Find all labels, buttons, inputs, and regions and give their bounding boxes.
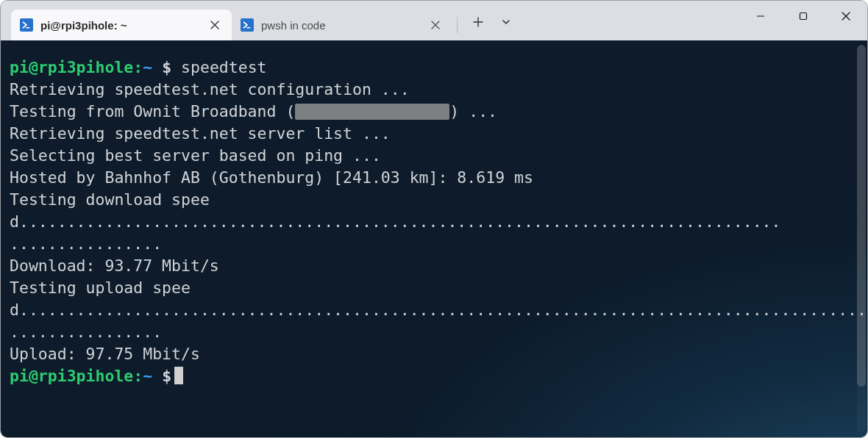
powershell-icon (241, 18, 254, 32)
terminal-pane[interactable]: pi@rpi3pihole:~ $ speedtest Retrieving s… (1, 40, 867, 437)
prompt-symbol: $ (162, 58, 171, 76)
tab-dropdown-button[interactable] (493, 10, 519, 35)
prompt-symbol: $ (162, 367, 171, 385)
scrollbar-thumb[interactable] (857, 45, 866, 387)
output-line: ................ (10, 323, 162, 341)
output-line: Selecting best server based on ping ... (10, 146, 381, 165)
terminal-window: pi@rpi3pihole: ~ pwsh in code (0, 0, 868, 438)
tab-title: pi@rpi3pihole: ~ (40, 19, 201, 32)
output-line: Testing upload speed....................… (10, 279, 867, 319)
prompt-user-host: pi@rpi3pihole (10, 58, 133, 76)
minimize-button[interactable] (739, 1, 782, 32)
output-line: Hosted by Bahnhof AB (Gothenburg) [241.0… (10, 168, 533, 187)
new-tab-button[interactable] (465, 10, 491, 35)
output-line: Download: 93.77 Mbit/s (10, 256, 219, 275)
window-controls (739, 1, 867, 32)
svg-rect-3 (800, 13, 807, 20)
tab-actions (465, 10, 519, 35)
prompt-path: ~ (143, 367, 152, 385)
scrollbar[interactable] (857, 45, 866, 433)
output-line: Retrieving speedtest.net server list ... (10, 124, 391, 143)
tab-title: pwsh in code (261, 19, 421, 32)
cursor (174, 367, 183, 384)
command-text: speedtest (181, 58, 267, 76)
close-window-button[interactable] (825, 1, 867, 32)
output-line: Retrieving speedtest.net configuration .… (10, 80, 410, 98)
prompt-separator: : (133, 58, 143, 76)
prompt-user-host: pi@rpi3pihole (10, 367, 133, 385)
output-line: Testing from Ownit Broadband ( (10, 102, 295, 121)
prompt-separator: : (133, 367, 143, 385)
output-line: ................ (10, 234, 162, 253)
redacted-ip (295, 104, 449, 120)
tab-strip: pi@rpi3pihole: ~ pwsh in code (11, 1, 519, 40)
output-line: ) ... (449, 102, 497, 121)
tab-active[interactable]: pi@rpi3pihole: ~ (11, 10, 232, 40)
tab-divider (457, 17, 458, 33)
output-line: Testing download speed..................… (10, 190, 780, 231)
close-tab-button[interactable] (208, 18, 221, 32)
maximize-button[interactable] (782, 1, 825, 32)
prompt-path: ~ (143, 58, 152, 76)
close-tab-button[interactable] (429, 18, 442, 32)
tab-inactive[interactable]: pwsh in code (232, 10, 452, 40)
output-line: Upload: 97.75 Mbit/s (10, 345, 200, 363)
title-bar: pi@rpi3pihole: ~ pwsh in code (1, 1, 867, 40)
powershell-icon (20, 18, 33, 32)
